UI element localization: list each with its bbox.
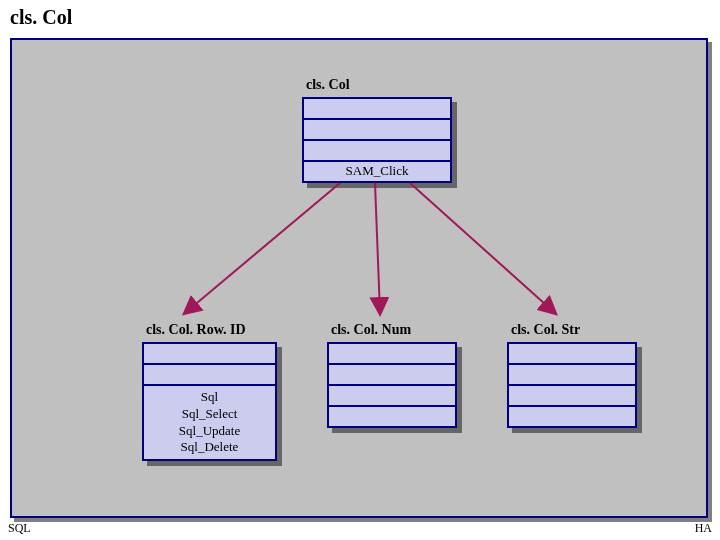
empty-row bbox=[304, 120, 450, 141]
class-num-name: cls. Col. Num bbox=[327, 320, 457, 342]
empty-row bbox=[144, 365, 275, 386]
class-num-box bbox=[327, 342, 457, 428]
class-parent: cls. Col SAM_Click bbox=[302, 75, 452, 183]
footer-left: SQL bbox=[8, 521, 31, 536]
class-str: cls. Col. Str bbox=[507, 320, 637, 428]
class-rowid: cls. Col. Row. ID Sql Sql_Select Sql_Upd… bbox=[142, 320, 277, 461]
op: Sql bbox=[146, 389, 273, 406]
op: Sql_Delete bbox=[146, 439, 273, 456]
op: Sql_Update bbox=[146, 423, 273, 440]
class-parent-name: cls. Col bbox=[302, 75, 452, 97]
class-rowid-box: Sql Sql_Select Sql_Update Sql_Delete bbox=[142, 342, 277, 461]
empty-row bbox=[509, 365, 635, 386]
empty-row bbox=[329, 365, 455, 386]
empty-row bbox=[329, 344, 455, 365]
footer-right: HA bbox=[695, 521, 712, 536]
empty-row bbox=[329, 407, 455, 426]
empty-row bbox=[509, 344, 635, 365]
class-parent-box: SAM_Click bbox=[302, 97, 452, 183]
class-rowid-name: cls. Col. Row. ID bbox=[142, 320, 277, 342]
class-rowid-ops: Sql Sql_Select Sql_Update Sql_Delete bbox=[144, 386, 275, 460]
diagram-canvas: cls. Col SAM_Click cls. Col. Row. ID Sql… bbox=[10, 38, 708, 518]
class-str-name: cls. Col. Str bbox=[507, 320, 637, 342]
empty-row bbox=[329, 386, 455, 407]
empty-row bbox=[144, 344, 275, 365]
class-str-box bbox=[507, 342, 637, 428]
empty-row bbox=[509, 407, 635, 426]
empty-row bbox=[304, 141, 450, 162]
class-num: cls. Col. Num bbox=[327, 320, 457, 428]
empty-row bbox=[304, 99, 450, 120]
slide-title: cls. Col bbox=[10, 6, 72, 29]
empty-row bbox=[509, 386, 635, 407]
class-parent-method: SAM_Click bbox=[304, 162, 450, 181]
op: Sql_Select bbox=[146, 406, 273, 423]
